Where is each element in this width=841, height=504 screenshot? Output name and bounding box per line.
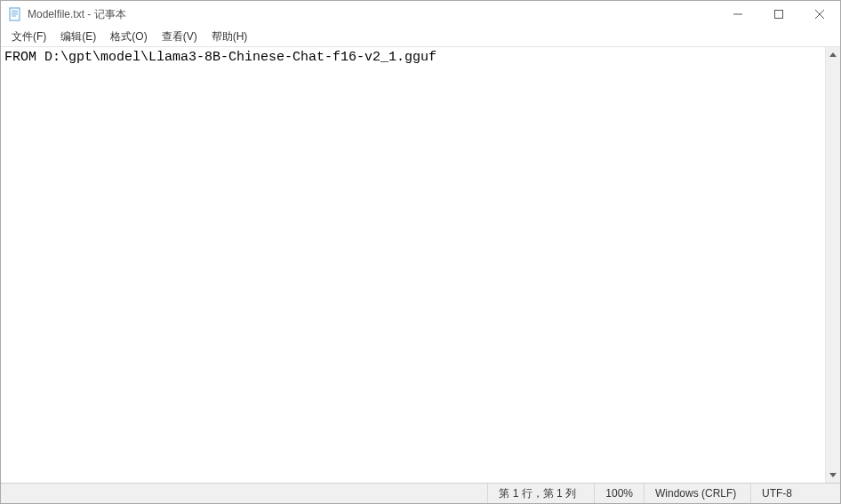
- scroll-up-arrow-icon[interactable]: [826, 47, 841, 62]
- menu-format[interactable]: 格式(O): [103, 28, 154, 46]
- menu-view[interactable]: 查看(V): [155, 28, 204, 46]
- menubar: 文件(F) 编辑(E) 格式(O) 查看(V) 帮助(H): [1, 28, 840, 47]
- status-cursor-position: 第 1 行，第 1 列: [488, 484, 595, 503]
- vertical-scrollbar[interactable]: [825, 47, 840, 483]
- scroll-down-arrow-icon[interactable]: [826, 468, 841, 483]
- status-encoding: UTF-8: [751, 484, 840, 503]
- status-spacer: [1, 484, 488, 503]
- maximize-button[interactable]: [758, 1, 799, 28]
- status-line-ending: Windows (CRLF): [645, 484, 751, 503]
- titlebar[interactable]: Modelfile.txt - 记事本: [1, 1, 840, 28]
- status-zoom: 100%: [595, 484, 645, 503]
- window-controls: [717, 1, 840, 28]
- notepad-window: Modelfile.txt - 记事本 文件(F) 编辑(E) 格式(O) 查看…: [0, 0, 841, 504]
- notepad-icon: [8, 7, 22, 21]
- close-button[interactable]: [799, 1, 840, 28]
- minimize-button[interactable]: [717, 1, 758, 28]
- window-title: Modelfile.txt - 记事本: [28, 7, 717, 22]
- statusbar: 第 1 行，第 1 列 100% Windows (CRLF) UTF-8: [1, 483, 840, 503]
- editor-container: FROM D:\gpt\model\Llama3-8B-Chinese-Chat…: [1, 47, 840, 483]
- menu-file[interactable]: 文件(F): [4, 28, 53, 46]
- svg-rect-6: [775, 11, 783, 19]
- menu-help[interactable]: 帮助(H): [204, 28, 255, 46]
- menu-edit[interactable]: 编辑(E): [53, 28, 103, 46]
- text-editor[interactable]: FROM D:\gpt\model\Llama3-8B-Chinese-Chat…: [1, 47, 825, 483]
